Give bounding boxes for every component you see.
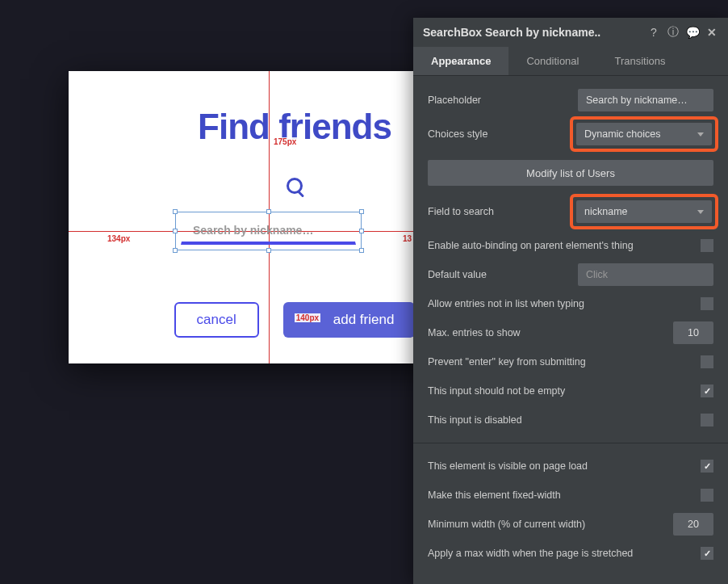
- checkbox-allow-entries[interactable]: [701, 297, 713, 310]
- panel-header: SearchBox Search by nickname.. ? ⓘ 💬 ✕: [413, 18, 728, 47]
- measure-right: 13: [401, 234, 413, 243]
- label-min-width: Minimum width (% of current width): [428, 519, 665, 530]
- highlight-choices-style: Dynamic choices: [570, 116, 718, 152]
- resize-handle[interactable]: [359, 248, 364, 253]
- tab-transitions[interactable]: Transitions: [596, 47, 683, 75]
- modify-list-button[interactable]: Modify list of Users: [428, 160, 713, 186]
- label-fixed-width: Make this element fixed-width: [428, 489, 692, 501]
- label-allow-entries: Allow entries not in list when typing: [428, 298, 692, 309]
- input-max-entries[interactable]: 10: [673, 321, 713, 344]
- selected-input-wrapper[interactable]: Search by nickname…: [175, 212, 362, 250]
- panel-title: SearchBox Search by nickname..: [423, 26, 647, 39]
- chevron-down-icon: [697, 210, 704, 214]
- search-icon: [287, 178, 303, 194]
- info-icon[interactable]: ⓘ: [667, 26, 680, 39]
- divider: [413, 443, 728, 443]
- measure-top: 175px: [272, 137, 298, 146]
- resize-handle[interactable]: [266, 248, 271, 253]
- label-visible: This element is visible on page load: [428, 460, 692, 472]
- label-default-value: Default value: [428, 269, 570, 280]
- chevron-down-icon: [697, 132, 704, 137]
- resize-handle[interactable]: [173, 209, 178, 214]
- comment-icon[interactable]: 💬: [686, 26, 699, 39]
- property-panel: SearchBox Search by nickname.. ? ⓘ 💬 ✕ A…: [413, 18, 728, 584]
- panel-tabs: Appearance Conditional Transitions: [413, 47, 728, 76]
- cancel-button[interactable]: cancel: [174, 302, 259, 338]
- checkbox-not-empty[interactable]: [701, 384, 713, 397]
- measure-left: 134px: [106, 234, 132, 243]
- resize-handle[interactable]: [359, 209, 364, 214]
- panel-body: Placeholder Search by nickname… Choices …: [413, 76, 728, 584]
- resize-handle[interactable]: [359, 229, 364, 233]
- help-icon[interactable]: ?: [647, 26, 660, 39]
- label-field-to-search: Field to search: [428, 206, 567, 217]
- checkbox-fixed-width[interactable]: [701, 489, 713, 502]
- label-not-empty: This input should not be empty: [428, 385, 692, 397]
- checkbox-auto-binding[interactable]: [701, 239, 713, 252]
- label-disabled: This input is disabled: [428, 414, 692, 426]
- input-default-value[interactable]: Click: [578, 263, 713, 286]
- label-max-width: Apply a max width when the page is stret…: [428, 548, 692, 559]
- label-prevent-enter: Prevent "enter" key from submitting: [428, 356, 692, 368]
- checkbox-disabled[interactable]: [701, 414, 713, 426]
- checkbox-max-width[interactable]: [701, 547, 713, 560]
- select-field-to-search[interactable]: nickname: [576, 200, 712, 223]
- checkbox-visible[interactable]: [701, 460, 713, 473]
- input-placeholder[interactable]: Search by nickname…: [578, 89, 713, 111]
- highlight-field-to-search: nickname: [570, 194, 718, 229]
- tab-appearance[interactable]: Appearance: [413, 47, 508, 75]
- close-icon[interactable]: ✕: [705, 26, 718, 39]
- label-placeholder: Placeholder: [428, 95, 570, 106]
- search-input[interactable]: Search by nickname…: [181, 217, 356, 245]
- resize-handle[interactable]: [266, 209, 271, 214]
- add-friend-button[interactable]: 140px add friend: [283, 302, 416, 338]
- checkbox-prevent-enter[interactable]: [701, 355, 713, 368]
- label-auto-binding: Enable auto-binding on parent element's …: [428, 240, 692, 251]
- input-min-width[interactable]: 20: [673, 513, 713, 536]
- measure-overlay: 140px: [295, 313, 320, 322]
- choices-style-value: Dynamic choices: [584, 128, 660, 140]
- resize-handle[interactable]: [173, 229, 178, 233]
- tab-conditional[interactable]: Conditional: [508, 47, 596, 75]
- select-choices-style[interactable]: Dynamic choices: [576, 123, 712, 145]
- label-max-entries: Max. entries to show: [428, 327, 665, 338]
- field-to-search-value: nickname: [584, 206, 628, 217]
- label-choices-style: Choices style: [428, 128, 567, 140]
- resize-handle[interactable]: [173, 248, 178, 253]
